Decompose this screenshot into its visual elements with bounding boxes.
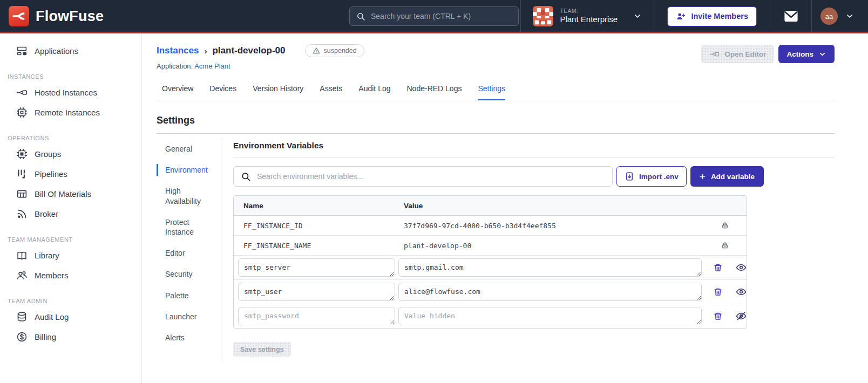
brand: FlowFuse: [0, 0, 104, 32]
env-var-name-input[interactable]: smtp_server: [238, 258, 395, 277]
team-search[interactable]: [349, 6, 519, 26]
team-search-input[interactable]: [371, 12, 512, 20]
delete-variable-button[interactable]: [713, 311, 723, 321]
show-value-button[interactable]: [736, 286, 747, 297]
top-navbar: FlowFuse: [0, 0, 868, 33]
user-avatar: aa: [820, 8, 838, 25]
search-icon: [241, 172, 251, 182]
sidebar-item-pipelines[interactable]: Pipelines: [0, 164, 141, 184]
team-selector[interactable]: TEAM: Plant Enterprise: [521, 0, 654, 32]
tab-settings[interactable]: Settings: [478, 79, 505, 100]
sidebar-item-label: Applications: [35, 46, 78, 56]
table-row: FF_INSTANCE_NAME plant-develop-00: [234, 236, 747, 256]
settings-nav-environment[interactable]: Environment: [157, 164, 221, 176]
sidebar: Applications INSTANCES Hosted Instances …: [0, 33, 142, 383]
env-var-value: 37f7d969-97cd-4000-b650-b3d4f4eef855: [398, 222, 703, 230]
hosted-instances-icon: [16, 87, 28, 98]
settings-nav-security[interactable]: Security: [157, 268, 221, 280]
tab-assets[interactable]: Assets: [320, 79, 342, 100]
env-var-value: plant-develop-00: [398, 242, 703, 250]
lock-icon: [721, 222, 729, 229]
breadcrumb-instances-link[interactable]: Instances: [157, 45, 199, 56]
table-row: smtp_server smtp.gmail.com: [234, 256, 747, 280]
sidebar-item-members[interactable]: Members: [0, 265, 141, 285]
warning-icon: [313, 47, 320, 54]
user-menu[interactable]: aa: [812, 0, 868, 32]
breadcrumb: Instances › plant-develop-00 suspended: [157, 44, 364, 57]
application-link[interactable]: Acme Plant: [194, 62, 230, 70]
tab-overview[interactable]: Overview: [162, 79, 193, 100]
add-variable-button[interactable]: + Add variable: [690, 166, 764, 187]
billing-icon: [16, 331, 28, 343]
delete-variable-button[interactable]: [713, 263, 723, 272]
sidebar-item-library[interactable]: Library: [0, 245, 141, 265]
import-env-label: Import .env: [639, 173, 679, 181]
settings-nav-launcher[interactable]: Launcher: [157, 311, 221, 323]
mail-icon: [784, 10, 798, 22]
tab-version-history[interactable]: Version History: [253, 79, 303, 100]
column-header-value: Value: [398, 202, 703, 210]
add-variable-label: Add variable: [711, 173, 755, 181]
settings-nav-general[interactable]: General: [157, 143, 221, 155]
sidebar-item-applications[interactable]: Applications: [0, 41, 141, 61]
flowfuse-logo-icon[interactable]: [9, 6, 29, 26]
eye-icon: [736, 262, 747, 273]
tab-node-red-logs[interactable]: Node-RED Logs: [407, 79, 462, 100]
sidebar-item-broker[interactable]: Broker: [0, 204, 141, 224]
user-plus-icon: [676, 11, 686, 22]
settings-heading: Settings: [157, 115, 835, 126]
settings-nav-editor[interactable]: Editor: [157, 247, 221, 259]
open-editor-label: Open Editor: [724, 50, 766, 58]
actions-button[interactable]: Actions: [778, 45, 835, 63]
application-label: Application:: [157, 62, 193, 70]
settings-nav-protect-instance[interactable]: Protect Instance: [157, 216, 221, 238]
invite-members-button[interactable]: Invite Members: [667, 6, 757, 26]
env-var-name: FF_INSTANCE_ID: [234, 222, 398, 230]
env-search[interactable]: [233, 166, 613, 187]
open-editor-button[interactable]: Open Editor: [701, 45, 774, 63]
settings-nav-palette[interactable]: Palette: [157, 290, 221, 302]
sidebar-item-label: Library: [35, 251, 59, 260]
chevron-down-icon: [845, 12, 854, 20]
env-var-value-input[interactable]: smtp.gmail.com: [398, 258, 702, 277]
sidebar-item-label: Members: [35, 271, 69, 280]
table-row: FF_INSTANCE_ID 37f7d969-97cd-4000-b650-b…: [234, 216, 747, 236]
env-variables-table: Name Value FF_INSTANCE_ID 37f7d969-97cd-…: [233, 195, 747, 329]
actions-label: Actions: [786, 50, 813, 58]
env-search-input[interactable]: [257, 172, 605, 181]
import-file-icon: [625, 172, 634, 181]
env-var-value-input[interactable]: alice@flowfuse.com: [398, 283, 702, 301]
env-var-value-input[interactable]: [398, 307, 702, 325]
sidebar-item-audit-log[interactable]: Audit Log: [0, 307, 141, 327]
chevron-down-icon: [633, 12, 642, 20]
chevron-down-icon: [818, 50, 826, 58]
env-var-name-input[interactable]: smtp_password: [238, 307, 395, 325]
plus-icon: +: [700, 172, 706, 182]
settings-nav-high-availability[interactable]: High Availability: [157, 185, 221, 207]
delete-variable-button[interactable]: [713, 287, 723, 297]
settings-nav-alerts[interactable]: Alerts: [157, 332, 221, 344]
table-row: smtp_password: [234, 304, 747, 328]
sidebar-item-label: Hosted Instances: [35, 88, 97, 97]
applications-icon: [16, 45, 28, 57]
show-value-button[interactable]: [736, 262, 747, 273]
instance-tabs: Overview Devices Version History Assets …: [157, 79, 835, 100]
tab-audit-log[interactable]: Audit Log: [358, 79, 390, 100]
trash-icon: [713, 263, 723, 272]
sidebar-item-billing[interactable]: Billing: [0, 327, 141, 347]
sidebar-item-bill-of-materials[interactable]: Bill Of Materials: [0, 184, 141, 204]
page-title: plant-develop-00: [212, 45, 285, 56]
sidebar-item-remote-instances[interactable]: Remote Instances: [0, 102, 141, 122]
sidebar-item-label: Remote Instances: [35, 108, 100, 117]
env-var-name-input[interactable]: smtp_user: [238, 283, 395, 301]
environment-variables-heading: Environment Variables: [233, 141, 323, 150]
tab-devices[interactable]: Devices: [209, 79, 236, 100]
sidebar-item-hosted-instances[interactable]: Hosted Instances: [0, 83, 141, 102]
invite-members-label: Invite Members: [691, 12, 748, 20]
hide-value-button[interactable]: [736, 311, 747, 322]
import-env-button[interactable]: Import .env: [616, 166, 687, 187]
sidebar-item-groups[interactable]: Groups: [0, 144, 141, 164]
save-settings-button[interactable]: Save settings: [233, 342, 291, 357]
broker-icon: [16, 208, 28, 220]
notifications-button[interactable]: [770, 0, 811, 32]
